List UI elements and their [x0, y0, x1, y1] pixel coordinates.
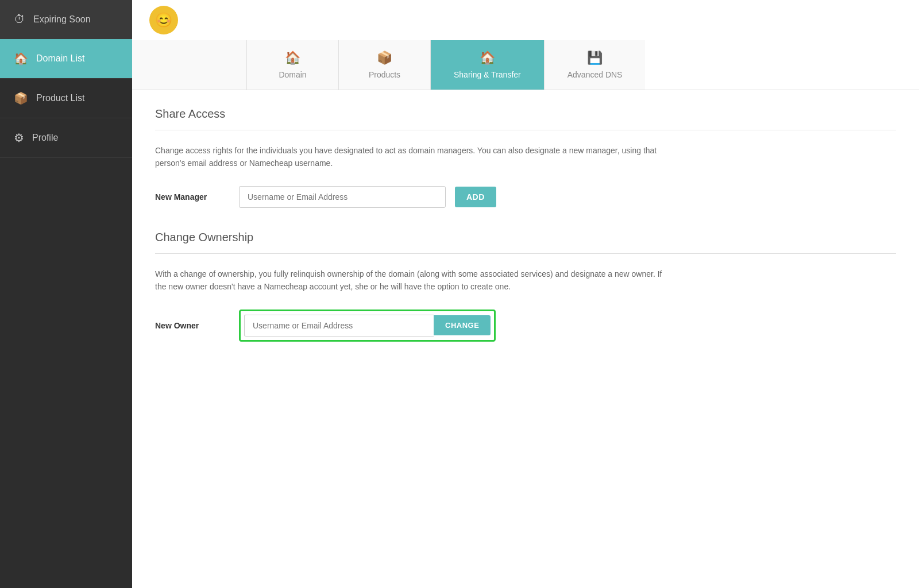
tab-domain[interactable]: 🏠 Domain [247, 40, 339, 90]
new-owner-label: New Owner [155, 321, 230, 330]
sharing-tab-icon: 🏠 [480, 51, 495, 65]
share-access-section: Share Access Change access rights for th… [155, 107, 896, 208]
sidebar: ⏱ Expiring Soon 🏠 Domain List 📦 Product … [0, 0, 132, 588]
domain-tab-icon: 🏠 [285, 51, 300, 65]
change-ownership-section: Change Ownership With a change of owners… [155, 231, 896, 342]
sidebar-item-product-list[interactable]: 📦 Product List [0, 79, 132, 118]
add-manager-button[interactable]: ADD [455, 187, 496, 207]
sidebar-item-label: Product List [36, 93, 84, 103]
tab-empty [132, 40, 247, 90]
change-owner-button[interactable]: CHANGE [434, 315, 491, 335]
tab-sharing-transfer[interactable]: 🏠 Sharing & Transfer [431, 40, 545, 90]
tab-products[interactable]: 📦 Products [339, 40, 431, 90]
gear-icon: ⚙ [14, 131, 24, 145]
change-ownership-title: Change Ownership [155, 231, 896, 244]
sidebar-item-expiring-soon[interactable]: ⏱ Expiring Soon [0, 0, 132, 39]
sidebar-item-profile[interactable]: ⚙ Profile [0, 118, 132, 158]
new-owner-highlighted-container: CHANGE [239, 310, 496, 342]
change-ownership-description: With a change of ownership, you fully re… [155, 268, 672, 293]
clock-icon: ⏱ [14, 13, 25, 26]
dns-tab-icon: 💾 [587, 51, 603, 65]
content-area: Share Access Change access rights for th… [132, 90, 919, 382]
new-manager-input[interactable] [239, 186, 446, 208]
new-owner-row: New Owner CHANGE [155, 310, 896, 342]
new-manager-label: New Manager [155, 192, 230, 202]
box-icon: 📦 [14, 91, 28, 105]
products-tab-label: Products [369, 70, 400, 79]
sidebar-item-label: Expiring Soon [33, 14, 91, 25]
change-ownership-divider [155, 253, 896, 254]
domain-tab-label: Domain [279, 70, 306, 79]
main-content: 😊 🏠 Domain 📦 Products 🏠 Sharing & Transf… [132, 0, 919, 588]
avatar: 😊 [149, 6, 178, 34]
new-owner-input[interactable] [244, 315, 434, 336]
sharing-tab-label: Sharing & Transfer [454, 70, 521, 79]
home-icon: 🏠 [14, 52, 28, 65]
tab-bar: 🏠 Domain 📦 Products 🏠 Sharing & Transfer… [132, 40, 919, 90]
share-access-description: Change access rights for the individuals… [155, 144, 672, 170]
top-area: 😊 [132, 0, 919, 34]
sidebar-item-label: Domain List [36, 53, 84, 64]
sidebar-item-domain-list[interactable]: 🏠 Domain List [0, 39, 132, 79]
share-access-title: Share Access [155, 107, 896, 121]
sidebar-item-label: Profile [32, 133, 58, 143]
products-tab-icon: 📦 [377, 51, 392, 65]
share-access-divider [155, 130, 896, 130]
new-manager-row: New Manager ADD [155, 186, 896, 208]
dns-tab-label: Advanced DNS [567, 70, 623, 79]
tab-advanced-dns[interactable]: 💾 Advanced DNS [545, 40, 646, 90]
